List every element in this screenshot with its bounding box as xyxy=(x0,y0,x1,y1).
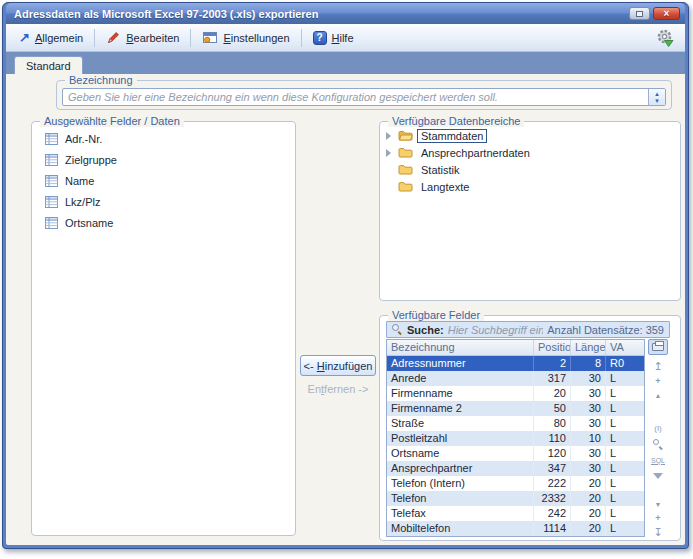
column-header-va[interactable]: VA xyxy=(606,340,644,355)
add-field-button[interactable]: <- Hinzufügen xyxy=(300,355,376,376)
expand-arrow-icon[interactable] xyxy=(386,149,394,157)
bezeichnung-input[interactable] xyxy=(63,89,648,105)
cell-bezeichnung: Firmenname xyxy=(387,386,534,401)
move-up-button[interactable]: + xyxy=(648,374,668,388)
scroll-to-top-button[interactable]: ↥ xyxy=(648,359,668,373)
row-up-button[interactable]: ▲ xyxy=(648,388,668,402)
arrow-up-right-icon: ↗ xyxy=(19,31,30,44)
selected-field-item[interactable]: Ortsname xyxy=(32,212,295,233)
main-toolbar: ↗ Allgemein Bearbeiten Einstellungen ? H… xyxy=(6,24,685,52)
field-row[interactable]: Firmenname 20 30 L xyxy=(387,386,644,401)
cell-bezeichnung: Anrede xyxy=(387,371,534,386)
field-row[interactable]: Adressnummer 2 8 R0 xyxy=(387,356,644,371)
gear-export-icon xyxy=(655,28,675,48)
cell-position: 20 xyxy=(534,386,571,401)
close-icon: × xyxy=(664,9,670,19)
field-row[interactable]: Firmenname 2 50 30 L xyxy=(387,401,644,416)
scroll-to-bottom-button[interactable]: ↧ xyxy=(648,525,668,539)
search-input[interactable] xyxy=(448,324,544,336)
tree-item[interactable]: Ansprechpartnerdaten xyxy=(380,144,680,161)
table-sheet-icon xyxy=(45,175,58,187)
cell-va: L xyxy=(606,461,644,476)
toolbar-button-hilfe[interactable]: ? Hilfe xyxy=(306,28,361,48)
cell-bezeichnung: Telefon (Intern) xyxy=(387,476,534,491)
title-bar: Adressdaten als Microsoft Excel 97-2003 … xyxy=(6,3,685,24)
folder-icon xyxy=(398,164,413,175)
field-row[interactable]: Ortsname 120 30 L xyxy=(387,446,644,461)
cell-laenge: 10 xyxy=(571,431,606,446)
tab-standard[interactable]: Standard xyxy=(14,56,83,75)
field-row[interactable]: Telefon 2332 20 L xyxy=(387,491,644,506)
cell-va: L xyxy=(606,431,644,446)
print-button[interactable] xyxy=(648,339,668,355)
close-button[interactable]: × xyxy=(653,7,680,20)
cell-bezeichnung: Ortsname xyxy=(387,446,534,461)
toolbar-label-hilfe: Hilfe xyxy=(332,32,354,44)
toolbar-separator xyxy=(94,29,95,47)
cell-va: L xyxy=(606,446,644,461)
cell-position: 242 xyxy=(534,506,571,521)
bezeichnung-legend: Bezeichnung xyxy=(65,74,137,86)
cell-laenge: 20 xyxy=(571,521,606,536)
cell-laenge: 20 xyxy=(571,506,606,521)
column-header-laenge[interactable]: Länge xyxy=(571,340,606,355)
selected-field-item[interactable]: Lkz/Plz xyxy=(32,191,295,212)
cell-position: 120 xyxy=(534,446,571,461)
restore-button[interactable] xyxy=(629,7,650,20)
tab-content: Bezeichnung ▲ ▼ Ausgewählte Felder / Dat… xyxy=(6,74,685,545)
grid-body: Adressnummer 2 8 R0 Anrede 317 30 L xyxy=(387,356,644,536)
toolbar-separator xyxy=(190,29,191,47)
field-row[interactable]: Mobiltelefon 1114 20 L xyxy=(387,521,644,536)
cell-bezeichnung: Mobiltelefon xyxy=(387,521,534,536)
toolbar-label-einstellungen: Einstellungen xyxy=(223,32,289,44)
data-areas-legend: Verfügbare Datenbereiche xyxy=(388,115,524,127)
column-header-position[interactable]: Position xyxy=(534,340,571,355)
cell-bezeichnung: Straße xyxy=(387,416,534,431)
folder-icon xyxy=(398,147,413,158)
toolbar-label-allgemein: Allgemein xyxy=(35,32,83,44)
cell-va: L xyxy=(606,386,644,401)
selected-field-item[interactable]: Name xyxy=(32,170,295,191)
toolbar-button-einstellungen[interactable]: Einstellungen xyxy=(195,27,296,48)
cell-laenge: 30 xyxy=(571,371,606,386)
selected-field-item[interactable]: Zielgruppe xyxy=(32,149,295,170)
tree-item[interactable]: Statistik xyxy=(380,161,680,178)
field-row[interactable]: Postleitzahl 110 10 L xyxy=(387,431,644,446)
selected-field-label: Name xyxy=(65,175,94,187)
expand-arrow-icon[interactable] xyxy=(386,132,394,140)
field-row[interactable]: Telefon (Intern) 222 20 L xyxy=(387,476,644,491)
cell-va: R0 xyxy=(606,356,644,371)
field-row[interactable]: Straße 80 30 L xyxy=(387,416,644,431)
folder-icon xyxy=(398,130,413,141)
cell-va: L xyxy=(606,416,644,431)
help-icon: ? xyxy=(313,31,327,45)
remove-field-button[interactable]: Entfernen -> xyxy=(300,383,376,395)
count-icon[interactable]: (I) xyxy=(648,421,668,435)
cell-va: L xyxy=(606,491,644,506)
filter-icon xyxy=(653,473,663,479)
run-export-button[interactable] xyxy=(651,26,679,50)
sql-button[interactable]: SQL xyxy=(648,453,668,467)
filter-button[interactable] xyxy=(648,469,668,483)
move-down-button[interactable]: + xyxy=(648,511,668,525)
grid-search-button[interactable] xyxy=(648,437,668,451)
toolbar-button-bearbeiten[interactable]: Bearbeiten xyxy=(99,27,186,48)
search-label: Suche: xyxy=(407,324,444,336)
field-row[interactable]: Telefax 242 20 L xyxy=(387,506,644,521)
tree-item[interactable]: Langtexte xyxy=(380,178,680,195)
cell-position: 317 xyxy=(534,371,571,386)
fields-grid: Bezeichnung Position Länge VA Adressnumm… xyxy=(386,339,645,537)
cell-laenge: 30 xyxy=(571,386,606,401)
tree-item[interactable]: Stammdaten xyxy=(380,127,680,144)
cell-laenge: 30 xyxy=(571,416,606,431)
toolbar-button-allgemein[interactable]: ↗ Allgemein xyxy=(12,28,90,47)
selected-field-item[interactable]: Adr.-Nr. xyxy=(32,128,295,149)
row-down-button[interactable]: ▼ xyxy=(648,497,668,511)
field-row[interactable]: Ansprechpartner 347 30 L xyxy=(387,461,644,476)
bezeichnung-dropdown-button[interactable]: ▲ ▼ xyxy=(648,89,665,105)
field-row[interactable]: Anrede 317 30 L xyxy=(387,371,644,386)
tree-item-label: Statistik xyxy=(417,163,464,177)
cell-position: 347 xyxy=(534,461,571,476)
column-header-bezeichnung[interactable]: Bezeichnung xyxy=(387,340,534,355)
cell-va: L xyxy=(606,506,644,521)
